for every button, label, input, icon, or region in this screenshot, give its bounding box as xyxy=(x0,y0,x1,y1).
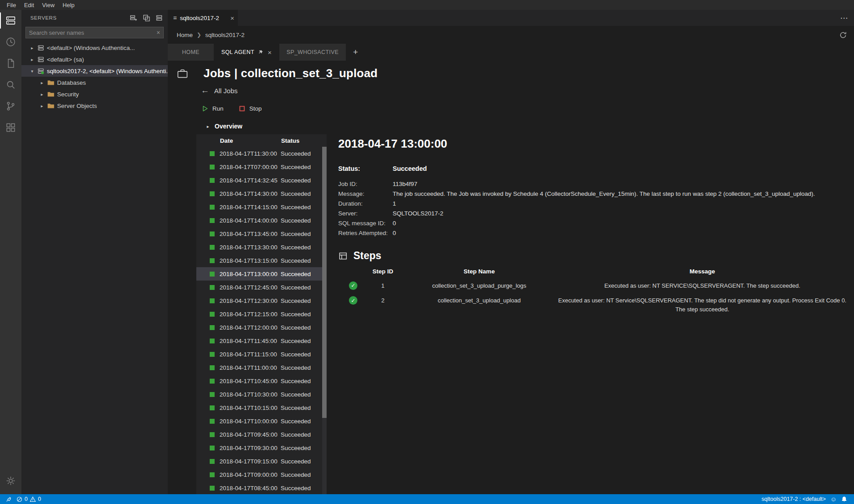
history-status: Succeeded xyxy=(281,271,311,277)
menu-help[interactable]: Help xyxy=(58,2,79,8)
history-row[interactable]: 2018-04-17T13:15:00 Succeeded xyxy=(196,254,327,267)
history-row[interactable]: 2018-04-17T10:00:00 Succeeded xyxy=(196,414,327,428)
history-row[interactable]: 2018-04-17T09:15:00 Succeeded xyxy=(196,454,327,468)
history-status: Succeeded xyxy=(281,190,311,197)
menu-bar: File Edit View Help xyxy=(0,0,854,10)
history-row[interactable]: 2018-04-17T14:32:45 Succeeded xyxy=(196,174,327,187)
history-row[interactable]: 2018-04-17T14:15:00 Succeeded xyxy=(196,200,327,214)
history-row[interactable]: 2018-04-17T13:30:00 Succeeded xyxy=(196,240,327,254)
history-row[interactable]: 2018-04-17T08:45:00 Succeeded xyxy=(196,481,327,494)
show-active-connections-icon[interactable] xyxy=(156,14,163,22)
history-row[interactable]: 2018-04-17T14:30:00 Succeeded xyxy=(196,187,327,200)
tree-item-server-objects[interactable]: ▸ Server Objects xyxy=(21,100,168,112)
problems-indicator[interactable]: 0 0 xyxy=(14,494,43,504)
steps-rows: ✓ 1 collection_set_3_upload_purge_logs E… xyxy=(338,279,848,318)
tree-item-default-sa[interactable]: ▸ <default> (sa) xyxy=(21,54,168,65)
history-row[interactable]: 2018-04-17T10:45:00 Succeeded xyxy=(196,374,327,388)
refresh-icon[interactable] xyxy=(839,31,847,39)
success-square-icon xyxy=(210,205,215,210)
breadcrumb-home[interactable]: Home xyxy=(177,32,193,38)
twisty-collapsed-icon[interactable]: ▸ xyxy=(29,45,35,50)
back-label: All Jobs xyxy=(214,87,238,95)
menu-edit[interactable]: Edit xyxy=(20,2,38,8)
history-date: 2018-04-17T13:15:00 xyxy=(220,257,281,264)
step-success-check-icon: ✓ xyxy=(349,281,357,290)
history-row[interactable]: 2018-04-17T09:45:00 Succeeded xyxy=(196,428,327,441)
step-row[interactable]: ✓ 1 collection_set_3_upload_purge_logs E… xyxy=(338,279,848,294)
history-row[interactable]: 2018-04-17T11:30:00 Succeeded xyxy=(196,147,327,160)
tree-item-default-windows[interactable]: ▸ <default> (Windows Authentica... xyxy=(21,42,168,54)
server-icon xyxy=(37,45,44,51)
editor-tab-sqltools2017-2[interactable]: ≡ sqltools2017-2 × xyxy=(168,10,238,26)
success-square-icon xyxy=(210,191,215,196)
tree-item-databases[interactable]: ▸ Databases xyxy=(21,77,168,88)
success-square-icon xyxy=(210,472,215,477)
history-row[interactable]: 2018-04-17T14:00:00 Succeeded xyxy=(196,214,327,227)
history-row[interactable]: 2018-04-17T09:30:00 Succeeded xyxy=(196,441,327,454)
search-clear-icon[interactable]: × xyxy=(154,29,160,36)
menu-view[interactable]: View xyxy=(38,2,58,8)
history-row[interactable]: 2018-04-17T11:15:00 Succeeded xyxy=(196,347,327,361)
history-status: Succeeded xyxy=(281,177,311,184)
page-title: Jobs | collection_set_3_upload xyxy=(203,66,377,80)
connection-status-icon[interactable] xyxy=(4,494,14,504)
history-row[interactable]: 2018-04-17T12:00:00 Succeeded xyxy=(196,321,327,334)
tab-sql-agent[interactable]: SQL AGENT × xyxy=(214,44,279,61)
history-row[interactable]: 2018-04-17T10:15:00 Succeeded xyxy=(196,401,327,414)
all-jobs-back-link[interactable]: ← All Jobs xyxy=(168,81,854,95)
search-icon[interactable] xyxy=(0,74,21,95)
connections-icon[interactable] xyxy=(0,10,21,31)
history-date: 2018-04-17T12:00:00 xyxy=(220,324,281,331)
notifications-bell-icon[interactable] xyxy=(839,496,850,502)
twisty-collapsed-icon[interactable]: ▸ xyxy=(39,80,45,85)
extensions-icon[interactable] xyxy=(0,117,21,138)
server-connected-icon xyxy=(37,68,44,74)
task-history-icon[interactable] xyxy=(0,31,21,53)
history-row[interactable]: 2018-04-17T12:45:00 Succeeded xyxy=(196,281,327,294)
tree-item-label: Databases xyxy=(57,79,86,86)
history-row[interactable]: 2018-04-17T11:45:00 Succeeded xyxy=(196,334,327,347)
twisty-collapsed-icon[interactable]: ▸ xyxy=(39,92,45,97)
breadcrumb-server[interactable]: sqltools2017-2 xyxy=(205,32,245,38)
success-square-icon xyxy=(210,272,215,277)
close-tab-icon[interactable]: × xyxy=(230,14,234,22)
azure-data-studio-window: File Edit View Help xyxy=(0,0,854,504)
tree-item-security[interactable]: ▸ Security xyxy=(21,88,168,100)
history-row[interactable]: 2018-04-17T07:00:00 Succeeded xyxy=(196,160,327,174)
history-scrollbar[interactable] xyxy=(322,147,327,494)
add-tab-icon[interactable]: + xyxy=(346,44,365,61)
run-button[interactable]: Run xyxy=(202,105,224,112)
twisty-collapsed-icon[interactable]: ▸ xyxy=(29,57,35,62)
settings-gear-icon[interactable] xyxy=(0,470,21,492)
scrollbar-thumb[interactable] xyxy=(322,147,327,418)
twisty-collapsed-icon[interactable]: ▸ xyxy=(39,103,45,108)
pin-icon[interactable] xyxy=(258,50,263,55)
history-row[interactable]: 2018-04-17T11:00:00 Succeeded xyxy=(196,361,327,374)
notebooks-icon[interactable] xyxy=(0,53,21,74)
new-connection-icon[interactable] xyxy=(130,14,137,22)
step-message: Executed as user: NT SERVICE\SQLSERVERAG… xyxy=(604,282,800,289)
history-row[interactable]: 2018-04-17T12:30:00 Succeeded xyxy=(196,294,327,307)
editor-actions-ellipsis-icon[interactable]: ⋯ xyxy=(840,10,854,26)
history-row[interactable]: 2018-04-17T09:00:00 Succeeded xyxy=(196,468,327,481)
back-arrow-icon: ← xyxy=(201,86,209,95)
feedback-smiley-icon[interactable]: ☺ xyxy=(828,496,839,503)
menu-file[interactable]: File xyxy=(3,2,20,8)
tab-home[interactable]: HOME xyxy=(168,44,214,61)
overview-section-toggle[interactable]: ▸ Overview xyxy=(168,112,854,134)
history-row[interactable]: 2018-04-17T12:15:00 Succeeded xyxy=(196,307,327,321)
server-search-box: × xyxy=(25,27,164,38)
history-row[interactable]: 2018-04-17T10:30:00 Succeeded xyxy=(196,388,327,401)
history-row[interactable]: 2018-04-17T13:45:00 Succeeded xyxy=(196,227,327,240)
twisty-expanded-icon[interactable]: ▾ xyxy=(29,69,35,74)
step-row[interactable]: ✓ 2 collection_set_3_upload_upload Execu… xyxy=(338,294,848,318)
new-server-group-icon[interactable] xyxy=(143,14,150,22)
search-server-input[interactable] xyxy=(29,29,154,36)
close-tab-icon[interactable]: × xyxy=(268,49,272,56)
tree-item-sqltools2017-2[interactable]: ▾ sqltools2017-2, <default> (Windows Aut… xyxy=(21,65,168,77)
active-connection-status[interactable]: sqltools2017-2 : <default> xyxy=(759,496,828,502)
stop-button[interactable]: Stop xyxy=(239,105,262,112)
history-row[interactable]: 2018-04-17T13:00:00 Succeeded xyxy=(196,267,327,281)
tab-sp-whoisactive[interactable]: SP_WHOISACTIVE xyxy=(279,44,346,61)
source-control-icon[interactable] xyxy=(0,95,21,117)
